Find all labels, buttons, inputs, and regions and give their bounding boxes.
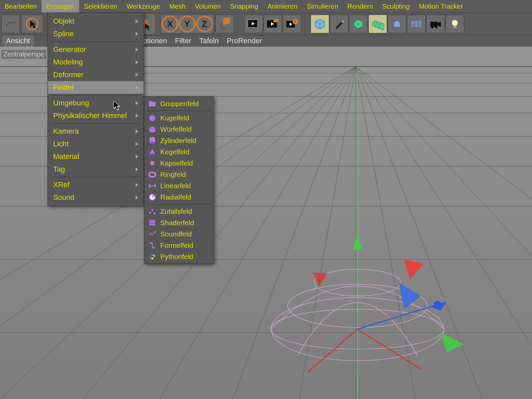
render-settings-button[interactable] — [283, 15, 301, 33]
viewport-tab-ansicht[interactable]: Ansicht — [2, 35, 34, 47]
menu-bearbeiten[interactable]: Bearbeiten — [0, 0, 42, 13]
submenu-item-ringfeld[interactable]: Ringfeld — [144, 169, 213, 180]
submenu-item-linearfeld[interactable]: Linearfeld — [144, 180, 213, 192]
submenu-item-zylinderfeld[interactable]: Zylinderfeld — [144, 135, 213, 146]
svg-marker-70 — [399, 283, 421, 309]
dropdown-item-label: Sound — [53, 193, 74, 202]
menu-erzeugen[interactable]: Erzeugen — [42, 0, 79, 13]
axis-z-button[interactable]: Z — [196, 16, 213, 32]
camera-button[interactable] — [426, 15, 445, 33]
view-menu-tafeln[interactable]: Tafeln — [199, 37, 219, 45]
dropdown-item-xref[interactable]: XRef — [48, 179, 144, 191]
random-icon — [148, 207, 156, 215]
dropdown-item-umgebung[interactable]: Umgebung — [48, 97, 144, 109]
submenu-item-gruppenfeld[interactable]: Gruppenfeld — [144, 98, 213, 109]
dropdown-item-label: Material — [53, 152, 79, 161]
view-menu-filter[interactable]: Filter — [175, 37, 191, 45]
submenu-item-radialfeld[interactable]: Radialfeld — [144, 192, 213, 203]
erzeugen-dropdown: ObjektSplineGeneratorModelingDeformerFel… — [48, 13, 144, 206]
submenu-item-kegelfeld[interactable]: Kegelfeld — [144, 146, 213, 158]
svg-rect-94 — [151, 220, 153, 221]
submenu-arrow-icon — [136, 73, 138, 77]
array-button[interactable] — [368, 15, 387, 33]
dropdown-separator — [51, 42, 141, 42]
dropdown-item-material[interactable]: Material — [48, 150, 144, 163]
dropdown-item-modeling[interactable]: Modeling — [48, 56, 144, 68]
submenu-item-label: Formelfeld — [160, 241, 193, 249]
dropdown-item-deformer[interactable]: Deformer — [48, 68, 144, 81]
pen-tool-button[interactable] — [330, 15, 348, 33]
deformer-button[interactable] — [388, 15, 406, 33]
submenu-item-soundfeld[interactable]: Soundfeld — [144, 228, 213, 240]
dropdown-item-kamera[interactable]: Kamera — [48, 125, 144, 138]
svg-line-53 — [356, 66, 532, 399]
svg-marker-71 — [441, 332, 464, 352]
dropdown-item-generator[interactable]: Generator — [48, 43, 144, 56]
linear-icon — [148, 182, 156, 190]
menu-animieren[interactable]: Animieren — [263, 0, 302, 13]
axis-x-button[interactable]: X — [162, 16, 178, 32]
axis-y-button[interactable]: Y — [179, 16, 196, 32]
dropdown-item-spline[interactable]: Spline — [48, 28, 144, 40]
subdiv-button[interactable] — [349, 15, 368, 33]
menu-mesh[interactable]: Mesh — [165, 0, 190, 13]
svg-rect-91 — [152, 209, 153, 211]
submenu-item-label: Linearfeld — [160, 182, 191, 190]
submenu-item-label: Radialfeld — [160, 193, 191, 201]
dropdown-item-label: Kamera — [53, 127, 79, 136]
submenu-item-label: Zufallsfeld — [160, 207, 192, 215]
dropdown-item-label: Generator — [53, 45, 86, 54]
submenu-item-zufallsfeld[interactable]: Zufallsfeld — [144, 206, 213, 217]
menu-snapping[interactable]: Snapping — [225, 0, 263, 13]
undo-button[interactable] — [1, 15, 20, 33]
dropdown-item-objekt[interactable]: Objekt — [48, 15, 144, 28]
cube-icon — [148, 125, 156, 133]
submenu-separator — [146, 204, 211, 204]
menu-rendern[interactable]: Rendern — [343, 0, 378, 13]
submenu-arrow-icon — [136, 167, 138, 171]
menu-selektieren[interactable]: Selektieren — [79, 0, 122, 13]
cube-primitive-button[interactable] — [311, 15, 329, 33]
submenu-arrow-icon — [136, 60, 138, 64]
submenu-item-label: Zylinderfeld — [160, 137, 197, 145]
render-view-button[interactable] — [244, 15, 263, 33]
view-menu-prorender[interactable]: ProRender — [227, 37, 262, 45]
submenu-item-label: Kapselfeld — [160, 159, 193, 167]
submenu-arrow-icon — [136, 48, 138, 52]
menu-volumen[interactable]: Volumen — [190, 0, 225, 13]
svg-point-13 — [294, 21, 296, 23]
submenu-arrow-icon — [136, 129, 138, 133]
submenu-item-label: Kegelfeld — [160, 148, 190, 156]
svg-marker-57 — [353, 234, 362, 249]
menu-simulieren[interactable]: Simulieren — [302, 0, 343, 13]
coord-system-button[interactable] — [215, 15, 234, 33]
dropdown-item-licht[interactable]: Licht — [48, 138, 144, 150]
light-button[interactable] — [446, 15, 464, 33]
menu-motion-tracker[interactable]: Motion Tracker — [414, 0, 467, 13]
menu-werkzeuge[interactable]: Werkzeuge — [122, 0, 165, 13]
dropdown-item-felder[interactable]: Felder — [48, 81, 144, 94]
floor-button[interactable] — [407, 15, 426, 33]
submenu-item-kapselfeld[interactable]: Kapselfeld — [144, 158, 213, 169]
svg-marker-16 — [354, 20, 363, 29]
dropdown-item-label: Spline — [53, 30, 73, 38]
menu-sculpting[interactable]: Sculpting — [378, 0, 414, 13]
render-pv-button[interactable] — [263, 15, 282, 33]
dropdown-item-label: Modeling — [53, 58, 83, 66]
cone-icon — [148, 148, 156, 156]
submenu-item-kugelfeld[interactable]: Kugelfeld — [144, 112, 213, 124]
submenu-arrow-icon — [136, 114, 138, 118]
submenu-item-pythonfeld[interactable]: Pythonfeld — [144, 251, 213, 262]
dropdown-item-tag[interactable]: Tag — [48, 163, 144, 176]
submenu-item-würfelfeld[interactable]: Würfelfeld — [144, 124, 213, 135]
submenu-item-shaderfeld[interactable]: Shaderfeld — [144, 217, 213, 228]
svg-rect-9 — [273, 19, 279, 22]
dropdown-item-sound[interactable]: Sound — [48, 191, 144, 204]
view-menu-optionen[interactable]: ptionen — [143, 37, 167, 45]
submenu-item-formelfeld[interactable]: Formelfeld — [144, 240, 213, 251]
select-tool-button[interactable] — [21, 15, 43, 33]
dropdown-item-physikalischer-himmel[interactable]: Physikalischer Himmel — [48, 109, 144, 122]
submenu-separator — [146, 111, 211, 111]
formula-icon — [148, 241, 156, 249]
submenu-item-label: Gruppenfeld — [160, 100, 199, 108]
